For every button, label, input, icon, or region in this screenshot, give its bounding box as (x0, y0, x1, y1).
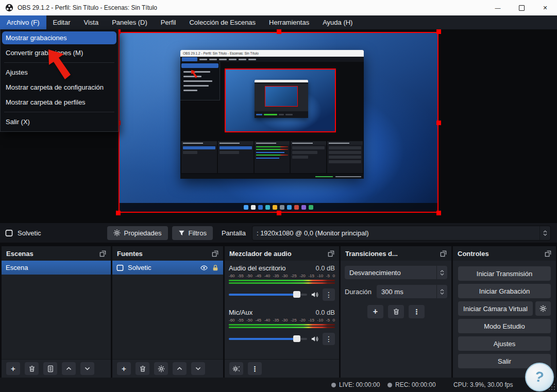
annotation-arrow (46, 48, 76, 82)
popout-icon[interactable] (327, 250, 334, 257)
transitions-panel-title: Transiciones d... (345, 250, 440, 258)
speaker-icon[interactable] (311, 335, 319, 343)
popout-icon[interactable] (211, 250, 218, 257)
menu-item-mostrar-grabaciones[interactable]: Mostrar grabaciones (2, 31, 116, 44)
menubar-item-archivo[interactable]: Archivo (F) (0, 15, 46, 29)
scenes-list: Escena (2, 261, 111, 359)
resize-handle-top-right[interactable] (436, 29, 441, 34)
add-scene-button[interactable]: + (6, 362, 20, 375)
menubar-item-herramientas[interactable]: Herramientas (262, 15, 316, 29)
scene-down-button[interactable] (80, 362, 94, 375)
window-titlebar[interactable]: OBS 29.1.2 - Perfil: Sin Título - Escena… (0, 0, 557, 15)
popout-icon[interactable] (440, 250, 447, 257)
iniciar-grabacion-button[interactable]: Iniciar Grabación (458, 284, 551, 298)
chevron-up-icon (65, 365, 72, 372)
iniciar-transmision-button[interactable]: Iniciar Transmisión (458, 266, 551, 281)
captured-obs-window: OBS 29.1.2 - Perfil: Sin Título - Escena… (180, 50, 364, 179)
source-lock-toggle[interactable] (212, 264, 219, 271)
remove-scene-button[interactable] (25, 362, 39, 375)
captured-window-title: OBS 29.1.2 - Perfil: Sin Título - Escena… (183, 52, 259, 55)
mixer-options-button[interactable]: ⋮ (248, 362, 262, 375)
resize-handle-bottom-center[interactable] (277, 211, 281, 215)
obs-main-window: OBS 29.1.2 - Perfil: Sin Título - Escena… (0, 0, 557, 392)
live-indicator-icon (331, 383, 336, 387)
add-source-button[interactable]: + (117, 362, 131, 375)
remove-transition-button[interactable] (388, 305, 404, 318)
source-down-button[interactable] (191, 362, 205, 375)
menubar-item-coleccion-escenas[interactable]: Colección de Escenas (182, 15, 262, 29)
rec-time: REC: 00:00:00 (395, 381, 436, 388)
audio-meter (229, 280, 335, 281)
modo-estudio-button[interactable]: Modo Estudio (458, 319, 551, 333)
source-visibility-toggle[interactable] (200, 264, 208, 271)
transition-select[interactable]: Desvanecimiento (345, 266, 447, 279)
filters-button[interactable]: Filtros (172, 226, 213, 240)
screen-label: Pantalla (222, 229, 246, 237)
add-transition-button[interactable]: + (367, 305, 383, 318)
speaker-icon[interactable] (311, 291, 319, 298)
channel-options-button[interactable]: ⋮ (323, 288, 335, 301)
source-name: Solvetic (128, 264, 151, 271)
volume-slider-thumb[interactable] (293, 335, 300, 342)
menu-item-mostrar-carpeta-perfiles[interactable]: Mostrar carpeta de perfiles (1, 95, 118, 110)
scene-up-button[interactable] (62, 362, 76, 375)
advanced-audio-button[interactable] (229, 362, 243, 375)
audio-meter (229, 282, 335, 284)
close-button[interactable]: ✕ (533, 0, 557, 15)
menu-item-salir[interactable]: Salir (X) (1, 114, 118, 129)
menubar-item-ayuda[interactable]: Ayuda (H) (316, 15, 359, 29)
source-list-item[interactable]: Solvetic (112, 261, 223, 275)
resize-handle-middle-right[interactable] (436, 121, 441, 125)
resize-handle-top-center[interactable] (277, 29, 281, 34)
preview-capture-display[interactable]: OBS 29.1.2 - Perfil: Sin Título - Escena… (119, 32, 438, 213)
source-up-button[interactable] (173, 362, 187, 375)
mixer-channel-desktop-audio: Audio del escritorio 0.0 dB -60-55-50-45… (225, 261, 339, 302)
controls-panel: Controles Iniciar Transmisión Iniciar Gr… (453, 246, 556, 378)
transition-options-button[interactable]: ⋮ (409, 305, 425, 318)
controls-panel-title: Controles (458, 250, 544, 258)
display-source-icon (116, 264, 124, 271)
scene-list-item[interactable]: Escena (2, 261, 111, 275)
captured-file-menu (180, 62, 220, 100)
spinbox-arrows-icon[interactable] (436, 285, 447, 298)
volume-slider[interactable] (229, 338, 307, 340)
menubar-item-paneles[interactable]: Paneles (D) (105, 15, 154, 29)
channel-name: Audio del escritorio (229, 264, 286, 272)
minimize-button[interactable]: — (486, 0, 510, 15)
gear-icon (113, 229, 121, 236)
captured-active-menu (182, 57, 197, 61)
duration-label: Duración (345, 288, 372, 296)
captured-status-bar (180, 174, 364, 179)
sources-panel-header: Fuentes (112, 246, 223, 261)
channel-name: Mic/Aux (229, 309, 252, 316)
ajustes-button[interactable]: Ajustes (458, 336, 551, 351)
menubar-item-vista[interactable]: Vista (77, 15, 106, 29)
remove-source-button[interactable] (136, 362, 149, 375)
selected-source-label: Solvetic (18, 229, 41, 237)
virtual-camera-settings-button[interactable] (535, 301, 551, 316)
duration-spinbox[interactable]: 300 ms (377, 285, 447, 298)
channel-level: 0.0 dB (315, 309, 335, 316)
menubar-item-editar[interactable]: Editar (46, 15, 77, 29)
screen-select[interactable]: : 1920x1080 @ 0,0 (Monitor principal) (252, 226, 551, 241)
source-properties-button[interactable] (154, 362, 168, 375)
mixer-toolbar: ⋮ (225, 359, 339, 378)
menu-item-mostrar-carpeta-configuracion[interactable]: Mostrar carpeta de configuración (1, 80, 118, 95)
properties-button[interactable]: Propiedades (107, 226, 168, 240)
scene-filters-button[interactable] (43, 362, 57, 375)
popout-icon[interactable] (544, 250, 551, 257)
volume-slider[interactable] (229, 294, 307, 296)
iniciar-camara-virtual-button[interactable]: Iniciar Cámara Virtual (458, 301, 533, 316)
maximize-button[interactable] (510, 0, 533, 15)
window-title: OBS 29.1.2 - Perfil: Sin Título - Escena… (18, 4, 157, 11)
volume-slider-thumb[interactable] (293, 291, 300, 298)
resize-handle-bottom-left[interactable] (116, 211, 121, 215)
properties-label: Propiedades (124, 229, 162, 237)
resize-handle-bottom-right[interactable] (436, 211, 441, 215)
popout-icon[interactable] (99, 250, 106, 257)
menu-bar: Archivo (F) Editar Vista Paneles (D) Per… (0, 15, 557, 29)
cpu-fps-status: CPU: 3.9%, 30.00 fps (453, 378, 513, 392)
combo-chevrons-icon (436, 266, 447, 279)
channel-options-button[interactable]: ⋮ (323, 333, 335, 345)
menubar-item-perfil[interactable]: Perfil (154, 15, 183, 29)
